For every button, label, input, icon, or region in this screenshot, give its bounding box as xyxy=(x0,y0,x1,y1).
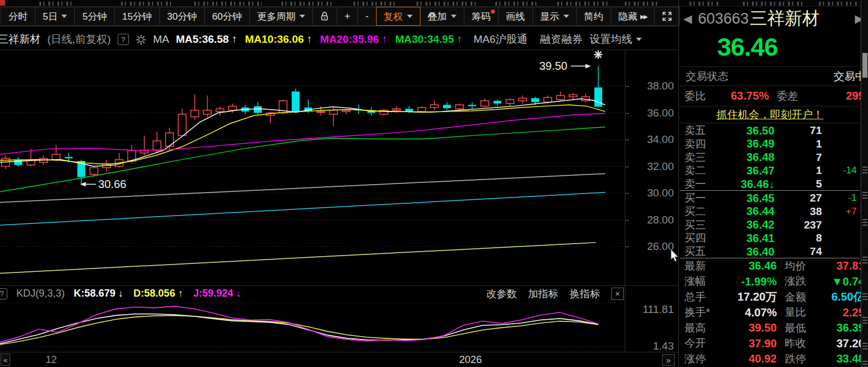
top-menu-fragment xyxy=(354,2,399,6)
stat-row: 换手*4.07%量比2.25 xyxy=(680,305,868,321)
close-icon[interactable]: × xyxy=(611,288,624,300)
tool-button-隐藏[interactable]: 隐藏▶▶ xyxy=(611,7,655,26)
chevron-down-icon xyxy=(451,15,457,18)
level-delta: -14 xyxy=(822,165,857,176)
ask-row[interactable]: 卖二36.471-14 xyxy=(680,163,865,177)
tool-button-复权[interactable]: 复权 xyxy=(376,7,420,26)
axis-tick xyxy=(625,86,629,87)
zoom-out-icon[interactable]: - xyxy=(357,7,377,26)
lock-open-icon[interactable] xyxy=(312,7,337,26)
bid-row[interactable]: 买三36.42237 xyxy=(680,218,865,231)
period-button-label: 分时 xyxy=(8,10,28,23)
period-button-label: 15分钟 xyxy=(122,10,152,23)
axis-tick xyxy=(625,113,629,114)
bid-row[interactable]: 买五36.4074 xyxy=(680,244,865,258)
level-price: 36.44 xyxy=(716,205,775,218)
bid-row[interactable]: 买四36.418 xyxy=(680,231,865,244)
period-button-15分钟[interactable]: 15分钟 xyxy=(114,7,160,26)
level-volume: 71 xyxy=(775,124,822,137)
red-dot-badge xyxy=(491,10,495,14)
ask-row[interactable]: 卖一36.46↓5 xyxy=(680,177,865,190)
kdj-values: K:58.679 ↓D:58.056 ↑J:59.924 ↓ xyxy=(74,288,241,299)
fullscreen-icon[interactable] xyxy=(654,7,680,26)
weicha-label: 委差 xyxy=(777,89,814,104)
stat-label: 均价 xyxy=(777,259,818,274)
kdj-indicator-chart[interactable] xyxy=(0,300,625,350)
ma-settings-button[interactable]: 设置均线 xyxy=(589,32,642,47)
period-button-label: 5日 xyxy=(43,10,57,23)
price-axis-label: 34.00 xyxy=(647,133,674,146)
stat-row: 总手17.20万金额6.50亿 xyxy=(680,289,868,305)
period-toolbar: 分时5日5分钟15分钟30分钟60分钟更多周期 xyxy=(1,7,313,26)
chart-header-link[interactable]: 融资融券 xyxy=(540,32,583,47)
stat-row: 涨幅-1.99%涨跌▼0.74 xyxy=(680,274,868,290)
period-button-5分钟[interactable]: 5分钟 xyxy=(74,7,114,26)
period-button-60分钟[interactable]: 60分钟 xyxy=(204,7,250,26)
tool-button-筹码[interactable]: 筹码 xyxy=(464,7,499,26)
chart-header-link[interactable]: MA6沪股通 xyxy=(473,32,527,47)
weibi-value: 63.75% xyxy=(714,89,777,102)
period-button-5日[interactable]: 5日 xyxy=(35,7,75,26)
kdj-actions: 改参数加指标换指标× xyxy=(486,287,624,301)
period-button-分时[interactable]: 分时 xyxy=(1,7,35,26)
axis-tick xyxy=(625,193,629,194)
tool-button-label: + xyxy=(344,11,350,22)
stock-name-label: 三祥新材 xyxy=(0,32,41,47)
period-button-更多周期[interactable]: 更多周期 xyxy=(249,7,313,26)
tool-button-画线[interactable]: 画线 xyxy=(498,7,533,26)
price-axis-label: 28.00 xyxy=(647,214,674,226)
stat-label: 量比 xyxy=(777,305,818,320)
bid-row[interactable]: 买二36.4438+7 xyxy=(680,204,865,218)
tools-toolbar: +-复权叠加筹码画线显示简约隐藏▶▶ xyxy=(313,7,680,26)
stat-label: 跌停 xyxy=(777,352,818,366)
clipped-glyph-fragment xyxy=(862,293,867,300)
top-menu-fragment xyxy=(121,2,175,6)
stat-row: 涨停40.92跌停33.48 xyxy=(680,351,868,367)
weicha-value: 299 xyxy=(814,89,865,102)
ask-row[interactable]: 卖五36.5071 xyxy=(680,123,865,137)
zoom-in-icon[interactable]: + xyxy=(337,7,358,26)
double-arrow-icon: ▶▶ xyxy=(641,14,647,20)
bid-row[interactable]: 买一36.4527-1 xyxy=(680,191,865,204)
scrollbar-thumb[interactable] xyxy=(862,53,867,78)
main-candlestick-chart[interactable]: 39.5030.66 xyxy=(0,50,625,285)
kdj-action-改参数[interactable]: 改参数 xyxy=(486,287,517,301)
level-price: 36.45 xyxy=(716,192,775,205)
level-label: 卖二 xyxy=(684,163,716,178)
chart-header: 三祥新材 (日线,前复权) ? MA MA5:36.58 ↑MA10:36.06… xyxy=(0,30,642,48)
level-volume: 8 xyxy=(775,232,822,244)
top-menu-fragment xyxy=(417,2,478,6)
help-icon[interactable]: ? xyxy=(0,288,7,299)
period-button-30分钟[interactable]: 30分钟 xyxy=(159,7,205,26)
right-scrollbar[interactable] xyxy=(861,0,868,367)
level-volume: 237 xyxy=(775,219,822,231)
axis-tick xyxy=(625,140,629,140)
stat-row: 今开37.90昨收37.20 xyxy=(680,336,868,352)
stat-row: 最新36.46均价37.81 xyxy=(680,258,868,274)
top-menu-fragment xyxy=(281,2,332,6)
tool-button-叠加[interactable]: 叠加 xyxy=(420,7,464,26)
stat-value: 33.48 xyxy=(818,352,865,365)
ask-row[interactable]: 卖三36.487 xyxy=(680,150,865,164)
open-account-promo-link[interactable]: 抓住机会，即刻开户！ xyxy=(717,109,824,120)
kdj-axis: 111.811.43 xyxy=(625,286,678,352)
tool-button-显示[interactable]: 显示 xyxy=(533,7,577,26)
tool-button-简约[interactable]: 简约 xyxy=(576,7,611,26)
ask-row[interactable]: 卖四36.491 xyxy=(680,137,865,150)
gear-icon[interactable] xyxy=(136,34,146,45)
clipped-glyph-fragment xyxy=(862,218,867,226)
scroll-right-button[interactable]: » xyxy=(662,354,675,366)
kdj-value: D:58.056 ↑ xyxy=(133,288,183,299)
level-label: 买三 xyxy=(684,218,716,232)
kdj-action-加指标[interactable]: 加指标 xyxy=(528,287,558,301)
level-price: 36.47 xyxy=(716,164,775,177)
scroll-left-button[interactable]: « xyxy=(1,353,10,366)
clipped-glyph-fragment xyxy=(862,342,867,350)
prev-stock-arrow[interactable]: ◀ xyxy=(683,12,698,25)
stat-label: 最低 xyxy=(777,321,818,335)
help-icon[interactable]: ? xyxy=(118,34,129,45)
chart-mode-label: (日线,前复权) xyxy=(47,32,111,47)
stat-label: 涨停 xyxy=(684,352,718,366)
tool-button-label: 筹码 xyxy=(472,10,491,23)
kdj-action-换指标[interactable]: 换指标 xyxy=(570,287,600,301)
